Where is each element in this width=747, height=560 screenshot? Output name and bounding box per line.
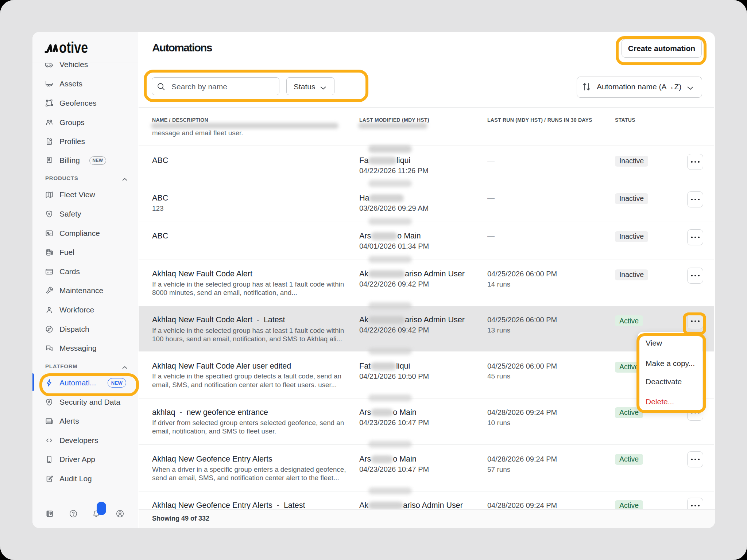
svg-text:otive: otive: [59, 41, 88, 56]
